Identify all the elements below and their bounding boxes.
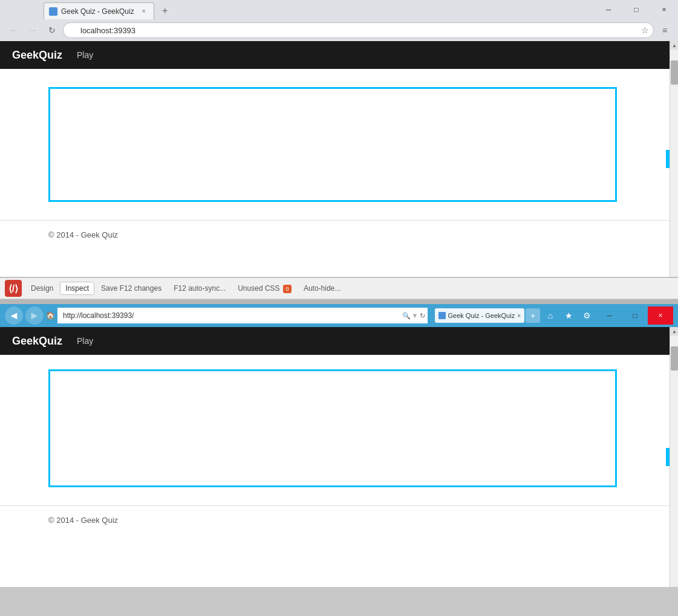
page-content-bottom: GeekQuiz Play © 2014 - Geek Quiz xyxy=(0,327,678,587)
browser-bottom-content: GeekQuiz Play © 2014 - Geek Quiz ▲ xyxy=(0,327,678,587)
site-brand-top[interactable]: GeekQuiz xyxy=(12,49,62,62)
new-tab-btn[interactable]: + xyxy=(157,2,174,19)
star-icon[interactable]: ☆ xyxy=(641,25,649,35)
ie-home-btn[interactable]: ⌂ xyxy=(543,308,558,323)
address-bar-bottom: ◄ ► 🏠 🔍 ▼ ↻ Geek Quiz - GeekQuiz × + ⌂ ★ xyxy=(0,304,678,327)
scrollbar-thumb-top[interactable] xyxy=(671,60,678,85)
site-main-top xyxy=(0,69,678,220)
chrome-browser: Geek Quiz - GeekQuiz × + ─ □ × ← → ↻ 🏠 ☆… xyxy=(0,0,678,277)
ie-divider: ▼ xyxy=(412,312,419,319)
tab-title: Geek Quiz - GeekQuiz xyxy=(61,7,134,16)
ie-tab-favicon xyxy=(438,312,446,319)
scroll-up-arrow[interactable]: ▲ xyxy=(670,41,678,50)
ie-close-btn[interactable]: × xyxy=(648,306,673,325)
autosync-btn[interactable]: F12 auto-sync... xyxy=(168,282,231,295)
browser-content-top: GeekQuiz Play © 2014 - Geek Quiz ▲ xyxy=(0,41,678,277)
ie-tab-wrap: Geek Quiz - GeekQuiz × + xyxy=(435,308,541,323)
section-separator xyxy=(0,299,678,304)
tab-favicon xyxy=(49,7,57,16)
ie-minimize-btn[interactable]: ─ xyxy=(597,306,622,325)
forward-btn[interactable]: → xyxy=(24,22,41,39)
svg-text:⟨/⟩: ⟨/⟩ xyxy=(8,284,18,294)
content-box-bottom xyxy=(48,369,617,487)
ie-settings-btn[interactable]: ⚙ xyxy=(579,308,595,323)
save-changes-btn[interactable]: Save F12 changes xyxy=(96,282,167,295)
ie-page-icon: 🏠 xyxy=(46,311,55,320)
close-btn[interactable]: × xyxy=(650,0,678,19)
site-main-bottom xyxy=(0,355,678,505)
address-input[interactable] xyxy=(63,22,654,38)
blue-side-indicator-top[interactable] xyxy=(666,150,670,168)
address-bar-top: ← → ↻ 🏠 ☆ ≡ xyxy=(0,19,678,41)
ie-tab-close-btn[interactable]: × xyxy=(517,313,521,319)
window-controls-top: ─ □ × xyxy=(595,0,678,19)
content-box-top xyxy=(48,87,617,202)
devtools-logo-icon: ⟨/⟩ xyxy=(5,280,22,297)
tab-close-btn[interactable]: × xyxy=(139,7,149,16)
page-content-top: GeekQuiz Play © 2014 - Geek Quiz xyxy=(0,41,678,277)
inspect-btn[interactable]: Inspect xyxy=(60,282,94,295)
scrollbar-thumb-bottom[interactable] xyxy=(671,346,678,371)
scrollbar-right-bottom[interactable]: ▲ xyxy=(670,327,678,587)
menu-btn[interactable]: ≡ xyxy=(656,22,673,39)
ie-address-input[interactable] xyxy=(57,308,428,323)
design-btn[interactable]: Design xyxy=(25,282,59,295)
unused-css-btn[interactable]: Unused CSS 0 xyxy=(232,282,297,296)
ie-new-tab-btn[interactable]: + xyxy=(526,308,540,323)
ie-tab-title: Geek Quiz - GeekQuiz xyxy=(448,312,515,319)
maximize-btn[interactable]: □ xyxy=(622,0,650,19)
ie-forward-btn[interactable]: ► xyxy=(25,306,44,325)
devtools-bar: ⟨/⟩ Design Inspect Save F12 changes F12 … xyxy=(0,277,678,299)
nav-play-bottom[interactable]: Play xyxy=(77,336,93,346)
minimize-btn[interactable]: ─ xyxy=(595,0,622,19)
site-navbar-top: GeekQuiz Play xyxy=(0,41,678,69)
window-controls-bottom: ─ □ × xyxy=(597,306,673,325)
scrollbar-right-top[interactable]: ▲ xyxy=(670,41,678,277)
browser-tab[interactable]: Geek Quiz - GeekQuiz × xyxy=(44,2,154,19)
site-navbar-bottom: GeekQuiz Play xyxy=(0,327,678,355)
refresh-btn[interactable]: ↻ xyxy=(44,22,60,39)
ie-tab[interactable]: Geek Quiz - GeekQuiz × xyxy=(435,308,525,323)
ie-refresh-icon[interactable]: ↻ xyxy=(420,312,425,320)
back-btn[interactable]: ← xyxy=(5,22,22,39)
site-footer-top: © 2014 - Geek Quiz xyxy=(0,220,678,249)
ie-maximize-btn[interactable]: □ xyxy=(622,306,648,325)
address-wrap: 🏠 ☆ xyxy=(63,22,654,38)
title-bar-top: Geek Quiz - GeekQuiz × + ─ □ × xyxy=(0,0,678,19)
ie-toolbar-right: ⌂ ★ ⚙ xyxy=(543,308,595,323)
unused-css-badge: 0 xyxy=(283,285,292,293)
scroll-up-arrow-bottom[interactable]: ▲ xyxy=(670,327,678,336)
ie-back-btn[interactable]: ◄ xyxy=(5,306,23,325)
ie-star-btn[interactable]: ★ xyxy=(561,308,576,323)
ie-search-icon[interactable]: 🔍 xyxy=(402,312,411,320)
site-brand-bottom[interactable]: GeekQuiz xyxy=(12,335,62,348)
blue-side-indicator-bottom[interactable] xyxy=(666,448,670,466)
nav-play-top[interactable]: Play xyxy=(77,50,93,60)
ie-browser: ◄ ► 🏠 🔍 ▼ ↻ Geek Quiz - GeekQuiz × + ⌂ ★ xyxy=(0,304,678,587)
autohide-btn[interactable]: Auto-hide... xyxy=(298,282,346,295)
ie-address-wrap: 🏠 🔍 ▼ ↻ xyxy=(46,308,428,323)
site-footer-bottom: © 2014 - Geek Quiz xyxy=(0,505,678,534)
